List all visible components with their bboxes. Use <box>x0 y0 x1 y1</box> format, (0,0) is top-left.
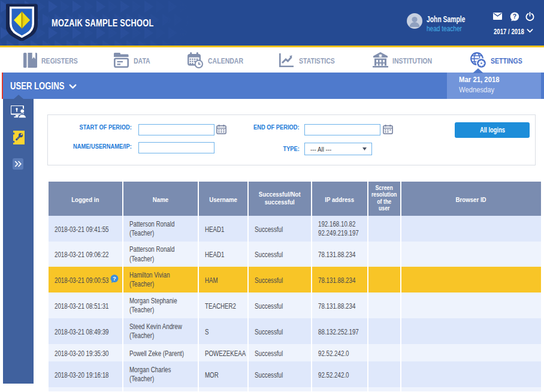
svg-text:?: ? <box>513 13 516 20</box>
svg-text:?: ? <box>113 275 116 282</box>
